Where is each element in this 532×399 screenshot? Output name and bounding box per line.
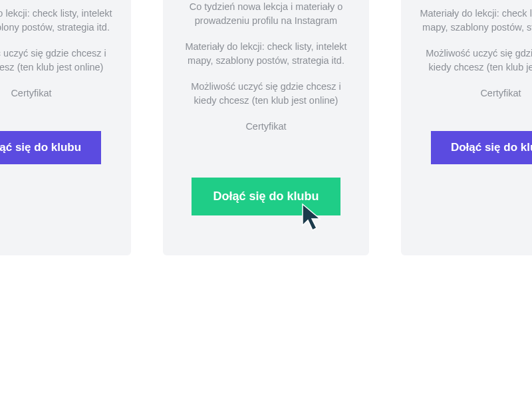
- feature-text: Materiały do lekcji: check listy, intele…: [417, 7, 532, 35]
- pricing-card-center: Co tydzień nowa lekcja i materiały o pro…: [163, 0, 369, 255]
- feature-text: Możliwość uczyć się gdzie chcesz i kiedy…: [179, 80, 353, 108]
- feature-text: Materiały do lekcji: check listy, intele…: [0, 7, 115, 35]
- cta-wrap: Dołąć się do klubu: [431, 131, 532, 164]
- feature-text: Co tydzień nowa lekcja i materiały o pro…: [179, 0, 353, 28]
- join-club-button[interactable]: Dołąć się do klubu: [192, 178, 340, 215]
- pricing-card-right: Materiały do lekcji: check listy, intele…: [401, 0, 532, 255]
- feature-text: Możliwość uczyć się gdzie chcesz i kiedy…: [0, 47, 115, 74]
- join-club-button[interactable]: Dołąć się do klubu: [431, 131, 532, 164]
- feature-text: Możliwość uczyć się gdzie chcesz i kiedy…: [417, 47, 532, 74]
- pricing-cards-row: Materiały do lekcji: check listy, intele…: [0, 0, 532, 255]
- card-body: Materiały do lekcji: check listy, intele…: [417, 7, 532, 112]
- cta-wrap: Dołąć się do klubu: [0, 131, 101, 164]
- card-body: Materiały do lekcji: check listy, intele…: [0, 7, 115, 112]
- feature-text: Certyfikat: [179, 120, 353, 134]
- card-body: Co tydzień nowa lekcja i materiały o pro…: [179, 0, 353, 146]
- feature-text: Certyfikat: [417, 86, 532, 100]
- join-club-button[interactable]: Dołąć się do klubu: [0, 131, 101, 164]
- pricing-card-left: Materiały do lekcji: check listy, intele…: [0, 0, 131, 255]
- feature-text: Materiały do lekcji: check listy, intele…: [179, 40, 353, 68]
- cta-wrap: Dołąć się do klubu: [192, 178, 340, 215]
- feature-text: Certyfikat: [0, 86, 115, 100]
